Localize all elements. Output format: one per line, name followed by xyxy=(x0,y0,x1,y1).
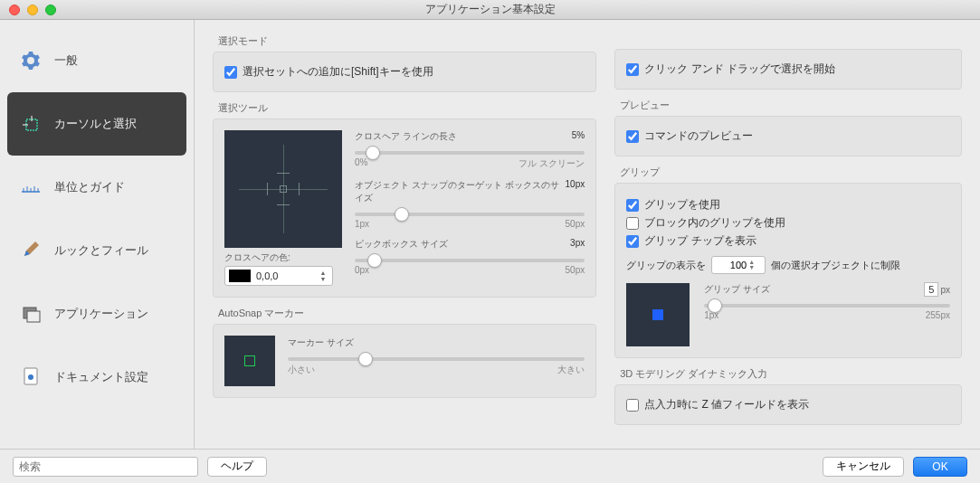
value-crosshair-length: 5% xyxy=(572,130,585,143)
label-crosshair-length: クロスヘア ラインの長さ xyxy=(355,130,457,143)
checkbox-shift-add[interactable] xyxy=(224,66,237,79)
label-command-preview: コマンドのプレビュー xyxy=(644,128,753,144)
label-shift-add: 選択セットへの追加に[Shift]キーを使用 xyxy=(243,64,433,80)
label-grip-tips: グリップ チップを表示 xyxy=(644,233,756,249)
sidebar-item-cursor-selection[interactable]: カーソルと選択 xyxy=(7,92,186,156)
ruler-icon xyxy=(20,176,42,198)
label-grip-limit-pre: グリップの表示を xyxy=(626,259,706,272)
grip-preview xyxy=(626,283,690,346)
label-grip-size: グリップ サイズ xyxy=(704,283,770,296)
sidebar-item-label: アプリケーション xyxy=(54,306,148,322)
checkbox-use-grip[interactable] xyxy=(626,199,639,212)
slider-crosshair-length[interactable] xyxy=(355,151,585,155)
checkbox-block-grip[interactable] xyxy=(626,217,639,230)
sidebar-item-label: 一般 xyxy=(54,52,78,69)
sidebar: 一般 カーソルと選択 単位とガイド ルックとフィール アプリケーション ドキュメ… xyxy=(0,20,195,449)
section-grip: グリップ xyxy=(620,166,962,179)
section-preview: プレビュー xyxy=(620,99,962,112)
label-pickbox: ピックボックス サイズ xyxy=(355,238,448,251)
titlebar: アプリケーション基本設定 xyxy=(0,0,980,20)
section-autosnap: AutoSnap マーカー xyxy=(218,307,596,320)
crosshair-preview xyxy=(224,130,342,248)
sidebar-item-label: ルックとフィール xyxy=(54,242,148,259)
svg-point-12 xyxy=(28,374,33,380)
help-button[interactable]: ヘルプ xyxy=(207,457,267,477)
sidebar-item-label: 単位とガイド xyxy=(54,179,125,195)
window-title: アプリケーション基本設定 xyxy=(0,2,980,17)
crosshair-color-select[interactable]: 0,0,0 ▲▼ xyxy=(224,266,333,286)
section-selection-mode: 選択モード xyxy=(218,34,596,48)
sidebar-item-general[interactable]: 一般 xyxy=(7,29,186,92)
checkbox-command-preview[interactable] xyxy=(626,130,639,143)
label-snap-target: オブジェクト スナップのターゲット ボックスのサイズ xyxy=(355,179,566,204)
cursor-icon xyxy=(20,113,42,135)
label-marker-size: マーカー サイズ xyxy=(288,336,354,349)
label-click-drag: クリック アンド ドラッグで選択を開始 xyxy=(644,62,835,77)
brush-icon xyxy=(20,240,42,261)
slider-marker-size[interactable] xyxy=(288,357,585,361)
window-icon xyxy=(20,303,42,325)
label-grip-limit-post: 個の選択オブジェクトに制限 xyxy=(771,259,900,272)
svg-rect-10 xyxy=(27,311,40,322)
color-swatch xyxy=(229,270,251,282)
document-icon xyxy=(20,366,42,388)
value-grip-size: 5 xyxy=(924,282,938,297)
sidebar-item-application[interactable]: アプリケーション xyxy=(7,282,186,346)
slider-pickbox[interactable] xyxy=(355,259,585,262)
input-grip-limit[interactable]: ▲▼ xyxy=(711,256,766,274)
slider-snap-target[interactable] xyxy=(355,213,585,216)
section-3d-dynamic: 3D モデリング ダイナミック入力 xyxy=(620,367,962,381)
checkbox-grip-tips[interactable] xyxy=(626,235,639,248)
ok-button[interactable]: OK xyxy=(913,457,967,477)
sidebar-item-label: ドキュメント設定 xyxy=(54,369,148,385)
slider-grip-size[interactable] xyxy=(704,304,950,308)
marker-preview xyxy=(224,336,275,386)
cancel-button[interactable]: キャンセル xyxy=(823,457,904,477)
sidebar-item-look-feel[interactable]: ルックとフィール xyxy=(7,219,186,282)
label-crosshair-color: クロスヘアの色: xyxy=(224,251,342,264)
gear-icon xyxy=(20,50,42,71)
color-value: 0,0,0 xyxy=(256,270,318,281)
label-z-field: 点入力時に Z 値フィールドを表示 xyxy=(644,397,809,412)
checkbox-click-drag[interactable] xyxy=(626,63,639,76)
stepper-icon[interactable]: ▲▼ xyxy=(318,270,328,282)
sidebar-item-document-settings[interactable]: ドキュメント設定 xyxy=(7,346,186,409)
search-input[interactable] xyxy=(13,457,198,477)
value-snap-target: 10px xyxy=(566,179,585,204)
label-use-grip: グリップを使用 xyxy=(644,197,720,213)
sidebar-item-label: カーソルと選択 xyxy=(54,116,137,132)
sidebar-item-units-guides[interactable]: 単位とガイド xyxy=(7,156,186,219)
section-selection-tool: 選択ツール xyxy=(218,101,596,115)
value-pickbox: 3px xyxy=(570,238,585,251)
checkbox-z-field[interactable] xyxy=(626,399,639,412)
label-block-grip: ブロック内のグリップを使用 xyxy=(644,215,785,231)
